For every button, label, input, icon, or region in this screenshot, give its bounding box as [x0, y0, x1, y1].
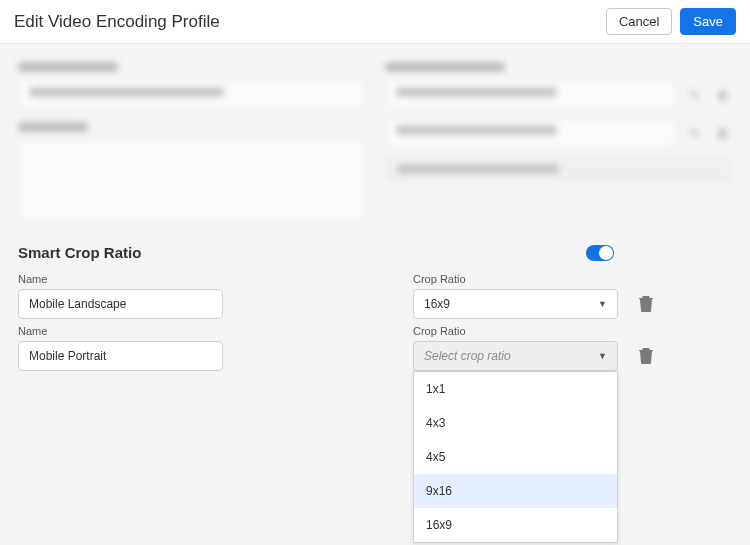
svg-rect-1	[645, 301, 646, 309]
crop-ratio-label: Crop Ratio	[413, 273, 618, 285]
ratio-option-16x9[interactable]: 16x9	[414, 508, 617, 542]
svg-rect-4	[645, 353, 646, 361]
content-area: ✎ 🗑 ✎ 🗑 Smart Crop Ratio Name Crop Ratio	[0, 44, 750, 395]
trash-icon	[638, 294, 654, 312]
smart-crop-section-header: Smart Crop Ratio	[18, 244, 732, 261]
ratio-option-1x1[interactable]: 1x1	[414, 372, 617, 406]
delete-row-button[interactable]	[638, 346, 656, 366]
svg-rect-0	[643, 301, 644, 309]
crop-name-col: Name	[18, 325, 223, 371]
chevron-down-icon: ▼	[598, 351, 607, 361]
crop-ratio-label: Crop Ratio	[413, 325, 618, 337]
cancel-button[interactable]: Cancel	[606, 8, 672, 35]
page-title: Edit Video Encoding Profile	[14, 12, 220, 32]
crop-ratio-dropdown: 1x1 4x3 4x5 9x16 16x9	[413, 371, 618, 543]
crop-ratio-row: Name Crop Ratio Select crop ratio ▼ 1x1 …	[18, 325, 732, 371]
svg-rect-5	[648, 353, 649, 361]
header-actions: Cancel Save	[606, 8, 736, 35]
crop-ratio-placeholder: Select crop ratio	[424, 349, 511, 363]
crop-ratio-col: Crop Ratio 16x9 ▼	[413, 273, 618, 319]
crop-name-label: Name	[18, 325, 223, 337]
delete-row-button[interactable]	[638, 294, 656, 314]
ratio-option-4x3[interactable]: 4x3	[414, 406, 617, 440]
crop-ratio-select[interactable]: 16x9 ▼	[413, 289, 618, 319]
save-button[interactable]: Save	[680, 8, 736, 35]
svg-rect-2	[648, 301, 649, 309]
smart-crop-title: Smart Crop Ratio	[18, 244, 141, 261]
svg-rect-3	[643, 353, 644, 361]
ratio-option-9x16[interactable]: 9x16	[414, 474, 617, 508]
crop-ratio-select[interactable]: Select crop ratio ▼	[413, 341, 618, 371]
trash-icon	[638, 346, 654, 364]
crop-name-label: Name	[18, 273, 223, 285]
ratio-option-4x5[interactable]: 4x5	[414, 440, 617, 474]
smart-crop-toggle[interactable]	[586, 245, 614, 261]
crop-name-col: Name	[18, 273, 223, 319]
page-header: Edit Video Encoding Profile Cancel Save	[0, 0, 750, 44]
crop-ratio-select-wrap: Select crop ratio ▼ 1x1 4x3 4x5 9x16 16x…	[413, 341, 618, 371]
crop-ratio-value: 16x9	[424, 297, 450, 311]
crop-ratio-col: Crop Ratio Select crop ratio ▼ 1x1 4x3 4…	[413, 325, 618, 371]
profile-base-settings-blurred: ✎ 🗑 ✎ 🗑	[18, 62, 732, 244]
crop-name-input[interactable]	[18, 341, 223, 371]
chevron-down-icon: ▼	[598, 299, 607, 309]
crop-name-input[interactable]	[18, 289, 223, 319]
crop-ratio-row: Name Crop Ratio 16x9 ▼	[18, 273, 732, 319]
